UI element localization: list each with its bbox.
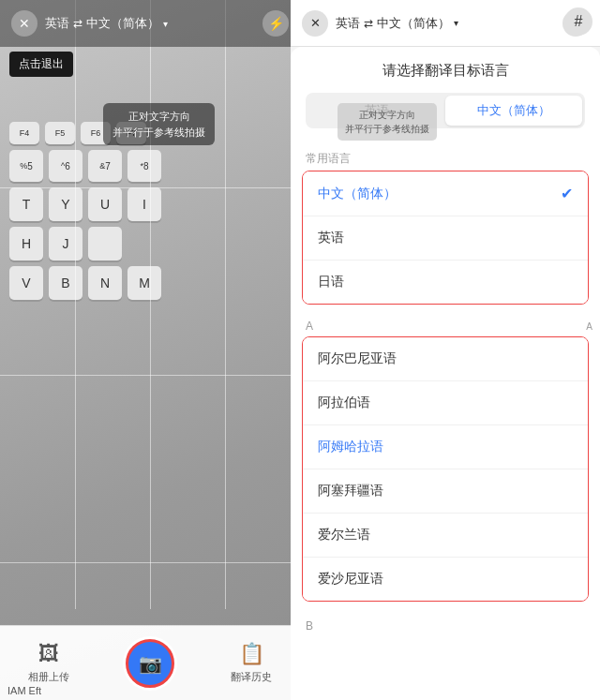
right-lang-to: 中文（简体） (377, 15, 450, 32)
b-section-label: B (306, 619, 313, 633)
camera-hint-text: 正对文字方向 并平行于参考线拍摄 (103, 103, 215, 145)
lang-name-english: 英语 (318, 230, 344, 246)
lang-name-chinese-simplified: 中文（简体） (318, 186, 397, 202)
lang-name-japanese: 日语 (318, 274, 344, 290)
right-swap-icon: ⇄ (364, 17, 373, 30)
lang-name-amharic: 阿姆哈拉语 (318, 439, 383, 455)
right-grid-icon[interactable]: # (564, 7, 592, 36)
history-label: 翻译历史 (231, 670, 272, 684)
a-language-list: 阿尔巴尼亚语 阿拉伯语 阿姆哈拉语 阿塞拜疆语 爱尔兰语 爱沙尼亚语 (302, 336, 589, 602)
camera-flash-button[interactable]: ⚡ (262, 10, 289, 37)
modal-title: 请选择翻译目标语言 (291, 62, 600, 93)
camera-lang-from: 英语 (45, 15, 69, 32)
right-hint-text: 正对文字方向 并平行于参考线拍摄 (338, 103, 437, 141)
camera-top-bar: ✕ 英语 ⇄ 中文（简体） ▾ ⚡ (0, 0, 300, 47)
lang-item-estonian[interactable]: 爱沙尼亚语 (303, 558, 588, 601)
lang-name-arabic: 阿拉伯语 (318, 395, 370, 411)
lang-name-irish: 爱尔兰语 (318, 527, 370, 544)
shutter-button[interactable]: 📷 (126, 639, 174, 688)
camera-lang-to: 中文（简体） (86, 15, 159, 32)
right-lang-from: 英语 (336, 15, 360, 32)
lang-item-amharic[interactable]: 阿姆哈拉语 (303, 425, 588, 469)
album-label: 相册上传 (28, 670, 69, 684)
camera-lang-display: 英语 ⇄ 中文（简体） ▾ (45, 15, 168, 32)
album-upload-button[interactable]: 🖼 相册上传 (28, 642, 69, 684)
exit-tooltip: 点击退出 (9, 52, 73, 77)
shutter-icon: 📷 (139, 652, 162, 675)
lang-item-english[interactable]: 英语 (303, 216, 588, 261)
common-section-header: 常用语言 (291, 143, 600, 171)
lang-name-albanian: 阿尔巴尼亚语 (318, 350, 397, 367)
history-button[interactable]: 📋 翻译历史 (231, 642, 272, 684)
common-language-list: 中文（简体） ✔ 英语 日语 (302, 171, 589, 305)
lang-name-estonian: 爱沙尼亚语 (318, 571, 383, 588)
history-icon: 📋 (239, 642, 264, 666)
album-icon: 🖼 (38, 642, 59, 666)
tab-chinese[interactable]: 中文（简体） (445, 96, 582, 126)
lang-item-azerbaijani[interactable]: 阿塞拜疆语 (303, 469, 588, 514)
camera-bottom-bar: 🖼 相册上传 📷 📋 翻译历史 (0, 625, 300, 700)
lang-name-azerbaijani: 阿塞拜疆语 (318, 483, 383, 499)
right-top-bar: ✕ 英语 ⇄ 中文（简体） ▾ ⚡ (291, 0, 600, 47)
lang-item-irish[interactable]: 爱尔兰语 (303, 514, 588, 558)
camera-close-button[interactable]: ✕ (11, 10, 38, 37)
lang-item-chinese-simplified[interactable]: 中文（简体） ✔ (303, 171, 588, 216)
right-panel: ✕ 英语 ⇄ 中文（简体） ▾ ⚡ # 正对文字方向 并平行于参考线拍摄 请选择… (291, 0, 600, 700)
lang-item-albanian[interactable]: 阿尔巴尼亚语 (303, 337, 588, 381)
lang-item-japanese[interactable]: 日语 (303, 261, 588, 304)
check-icon-chinese: ✔ (561, 185, 573, 202)
lang-item-arabic[interactable]: 阿拉伯语 (303, 381, 588, 425)
a-section-label: A (306, 320, 313, 333)
right-close-button[interactable]: ✕ (302, 10, 328, 37)
right-lang-display: 英语 ⇄ 中文（简体） ▾ (336, 15, 458, 32)
az-indicator: A (586, 321, 592, 332)
language-selector-modal: 请选择翻译目标语言 英语 中文（简体） 常用语言 中文（简体） ✔ 英语 日语 (291, 47, 600, 700)
camera-swap-icon: ⇄ (73, 17, 82, 30)
